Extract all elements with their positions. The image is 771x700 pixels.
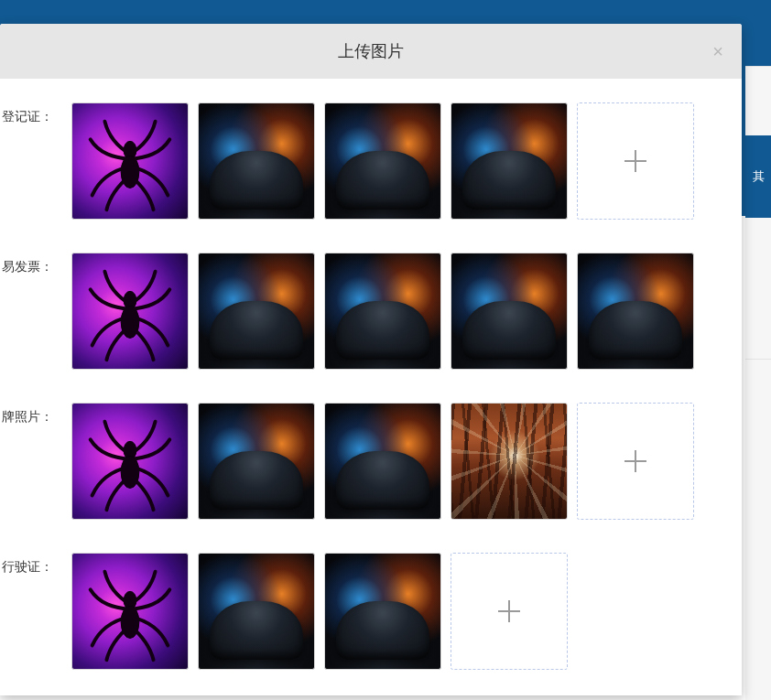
- upload-row: 易发票：: [0, 253, 742, 370]
- thumbnail-spider[interactable]: [71, 102, 189, 220]
- thumbnail-forest[interactable]: [451, 403, 568, 520]
- upload-row: 登记证：: [0, 102, 742, 220]
- row-label: 易发票：: [0, 253, 55, 275]
- thumbnail-car[interactable]: [324, 253, 441, 370]
- thumbnail-car[interactable]: [324, 102, 441, 220]
- thumbnail-spider[interactable]: [71, 403, 189, 520]
- thumbnail-car[interactable]: [324, 403, 441, 520]
- thumbnail-car[interactable]: [198, 553, 315, 670]
- upload-row: 牌照片：: [0, 403, 742, 520]
- thumbnail-car[interactable]: [451, 102, 568, 220]
- thumbnail-car[interactable]: [451, 253, 568, 370]
- thumbnail-list: [55, 253, 694, 370]
- thumbnail-car[interactable]: [324, 553, 441, 670]
- add-image-button[interactable]: [451, 553, 568, 670]
- thumbnail-list: [55, 553, 568, 670]
- thumbnail-spider[interactable]: [71, 253, 189, 370]
- row-label: 登记证：: [0, 102, 55, 124]
- add-image-button[interactable]: [577, 102, 694, 220]
- modal-header: 上传图片 ×: [0, 24, 742, 79]
- plus-icon: [624, 450, 646, 472]
- plus-icon: [624, 150, 646, 172]
- modal-body: 登记证：易发票：牌照片：行驶证：: [0, 79, 742, 695]
- upload-image-modal: 上传图片 × 登记证：易发票：牌照片：行驶证：: [0, 24, 742, 695]
- plus-icon: [498, 600, 520, 622]
- thumbnail-car[interactable]: [577, 253, 694, 370]
- modal-title: 上传图片: [338, 40, 404, 62]
- upload-row: 行驶证：: [0, 553, 742, 670]
- thumbnail-car[interactable]: [198, 102, 315, 220]
- thumbnail-list: [55, 403, 694, 520]
- thumbnail-car[interactable]: [198, 253, 315, 370]
- row-label: 行驶证：: [0, 553, 55, 575]
- row-label: 牌照片：: [0, 403, 55, 425]
- add-image-button[interactable]: [577, 403, 694, 520]
- thumbnail-car[interactable]: [198, 403, 315, 520]
- thumbnail-spider[interactable]: [71, 553, 189, 670]
- thumbnail-list: [55, 102, 694, 220]
- close-icon[interactable]: ×: [709, 38, 727, 64]
